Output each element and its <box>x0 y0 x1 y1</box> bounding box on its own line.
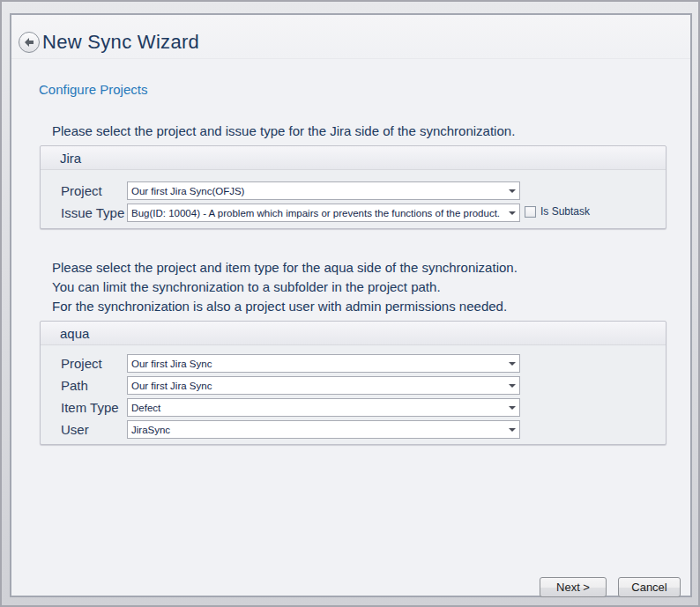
aqua-intro-text: Please select the project and item type … <box>52 258 518 316</box>
page-title: New Sync Wizard <box>42 29 199 56</box>
aqua-user-combobox[interactable]: JiraSync <box>127 420 520 439</box>
wizard-header: New Sync Wizard <box>11 15 690 59</box>
aqua-group-title: aqua <box>60 326 89 341</box>
aqua-path-combobox[interactable]: Our first Jira Sync <box>127 376 520 395</box>
next-button[interactable]: Next > <box>540 577 607 597</box>
jira-project-label: Project <box>61 181 102 200</box>
back-button[interactable] <box>19 32 40 53</box>
is-subtask-checkbox[interactable] <box>525 206 536 218</box>
aqua-project-label: Project <box>61 354 102 373</box>
jira-project-value: Our first Jira Sync(OFJS) <box>128 186 504 196</box>
dropdown-arrow-icon <box>504 204 519 221</box>
jira-group-title: Jira <box>60 151 81 166</box>
jira-intro-text: Please select the project and issue type… <box>52 122 515 141</box>
aqua-path-value: Our first Jira Sync <box>128 381 504 391</box>
configure-projects-heading: Configure Projects <box>39 82 147 97</box>
back-arrow-icon <box>24 37 34 48</box>
is-subtask-label: Is Subtask <box>540 204 590 219</box>
jira-group-header: Jira <box>41 146 666 170</box>
window-chrome: New Sync Wizard Configure Projects Pleas… <box>0 0 700 607</box>
aqua-project-value: Our first Jira Sync <box>128 359 504 369</box>
jira-issue-type-value: Bug(ID: 10004) - A problem which impairs… <box>128 208 504 218</box>
cancel-button[interactable]: Cancel <box>618 577 681 597</box>
wizard-frame: New Sync Wizard Configure Projects Pleas… <box>10 13 692 597</box>
aqua-intro-line-3: For the synchronization is also a projec… <box>52 297 518 316</box>
dropdown-arrow-icon <box>504 399 519 416</box>
jira-issue-type-combobox[interactable]: Bug(ID: 10004) - A problem which impairs… <box>127 204 520 222</box>
aqua-groupbox: aqua Project Our first Jira Sync Path Ou… <box>40 321 666 445</box>
aqua-item-type-combobox[interactable]: Defect <box>127 398 520 417</box>
aqua-user-label: User <box>61 420 89 439</box>
dropdown-arrow-icon <box>504 377 519 394</box>
jira-groupbox: Jira Project Our first Jira Sync(OFJS) I… <box>40 145 666 229</box>
jira-issue-type-label: Issue Type <box>61 204 124 222</box>
aqua-intro-line-1: Please select the project and item type … <box>52 258 518 278</box>
aqua-path-label: Path <box>61 376 88 395</box>
dropdown-arrow-icon <box>504 182 519 199</box>
aqua-group-header: aqua <box>41 322 666 345</box>
aqua-item-type-label: Item Type <box>61 398 119 417</box>
aqua-user-value: JiraSync <box>128 425 504 435</box>
dropdown-arrow-icon <box>504 421 519 438</box>
aqua-item-type-value: Defect <box>128 403 504 413</box>
aqua-intro-line-2: You can limit the synchronization to a s… <box>52 278 518 297</box>
dropdown-arrow-icon <box>504 355 519 372</box>
aqua-project-combobox[interactable]: Our first Jira Sync <box>127 354 520 373</box>
jira-project-combobox[interactable]: Our first Jira Sync(OFJS) <box>127 181 520 200</box>
